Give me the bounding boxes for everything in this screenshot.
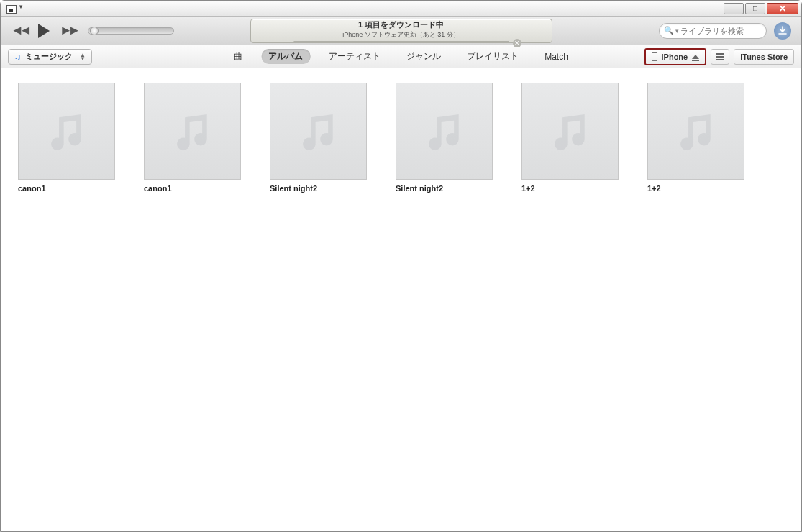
playback-controls: ◄◄ ►►: [11, 23, 76, 38]
miniplayer-toggle[interactable]: ▼: [6, 4, 24, 17]
lcd-subtitle: iPhone ソフトウェア更新（あと 31 分）: [342, 30, 460, 40]
album-grid-area: canon1 canon1 Silent night2 Silent night…: [1, 68, 801, 531]
music-note-icon: [419, 106, 470, 157]
album-title: 1+2: [647, 184, 744, 193]
album-item[interactable]: 1+2: [521, 83, 619, 193]
album-artwork[interactable]: [18, 83, 115, 180]
volume-slider[interactable]: [88, 27, 174, 35]
album-title: Silent night2: [270, 184, 367, 193]
tab-albums[interactable]: アルバム: [261, 49, 310, 64]
music-note-icon: [671, 106, 721, 157]
download-icon: [778, 26, 788, 36]
album-item[interactable]: canon1: [144, 83, 241, 193]
next-track-button[interactable]: ►►: [60, 23, 77, 38]
device-button[interactable]: iPhone: [644, 48, 707, 65]
lcd-title: 1 項目をダウンロード中: [358, 19, 444, 30]
album-title: canon1: [144, 184, 241, 193]
album-item[interactable]: 1+2: [647, 83, 744, 193]
album-title: 1+2: [521, 184, 619, 193]
volume-knob[interactable]: [90, 27, 99, 35]
list-view-button[interactable]: [711, 49, 729, 65]
album-artwork[interactable]: [270, 83, 367, 180]
account-button[interactable]: [774, 22, 791, 40]
tab-match[interactable]: Match: [537, 50, 575, 63]
music-note-icon: [293, 106, 344, 157]
library-source-label: ミュージック: [25, 51, 73, 62]
album-title: canon1: [18, 184, 115, 193]
album-artwork[interactable]: [144, 83, 241, 180]
album-artwork[interactable]: [396, 83, 493, 180]
music-note-icon: [42, 106, 92, 157]
album-item[interactable]: Silent night2: [396, 83, 493, 193]
music-note-icon: [168, 106, 218, 157]
iphone-icon: [652, 52, 657, 61]
album-item[interactable]: Silent night2: [270, 83, 367, 193]
search-input[interactable]: [680, 27, 762, 35]
download-progress-bar: ✕: [293, 41, 509, 42]
window-close-button[interactable]: ✕: [767, 3, 798, 14]
tab-songs[interactable]: 曲: [227, 49, 250, 64]
itunes-store-button[interactable]: iTunes Store: [734, 49, 794, 65]
itunes-window: ▼ — □ ✕ ◄◄ ►► 1 項目をダウンロード中 iPhone ソフトウェア…: [0, 0, 802, 532]
play-button[interactable]: [38, 24, 50, 38]
album-artwork[interactable]: [647, 83, 744, 180]
tab-playlists[interactable]: プレイリスト: [460, 49, 526, 64]
window-minimize-button[interactable]: —: [724, 3, 744, 14]
window-maximize-button[interactable]: □: [745, 3, 765, 14]
search-field[interactable]: 🔍▾: [659, 23, 767, 39]
device-label: iPhone: [662, 52, 688, 61]
library-source-selector[interactable]: ♫ ミュージック ▲▼: [8, 49, 92, 65]
status-lcd: 1 項目をダウンロード中 iPhone ソフトウェア更新（あと 31 分） ✕: [250, 19, 552, 43]
eject-icon[interactable]: [692, 55, 699, 59]
music-icon: ♫: [14, 52, 21, 62]
player-toolbar: ◄◄ ►► 1 項目をダウンロード中 iPhone ソフトウェア更新（あと 31…: [1, 17, 801, 45]
album-title: Silent night2: [396, 184, 493, 193]
cancel-download-button[interactable]: ✕: [513, 39, 521, 47]
tab-artists[interactable]: アーティスト: [322, 49, 388, 64]
tab-genres[interactable]: ジャンル: [399, 49, 448, 64]
window-titlebar: ▼ — □ ✕: [1, 1, 801, 17]
previous-track-button[interactable]: ◄◄: [11, 23, 28, 38]
library-navbar: ♫ ミュージック ▲▼ 曲 アルバム アーティスト ジャンル プレイリスト Ma…: [1, 45, 801, 68]
music-note-icon: [545, 106, 596, 157]
album-artwork[interactable]: [521, 83, 619, 180]
chevron-updown-icon: ▲▼: [80, 53, 86, 60]
album-item[interactable]: canon1: [18, 83, 115, 193]
search-icon: 🔍: [664, 26, 674, 35]
view-tabs: 曲 アルバム アーティスト ジャンル プレイリスト Match: [227, 49, 575, 64]
